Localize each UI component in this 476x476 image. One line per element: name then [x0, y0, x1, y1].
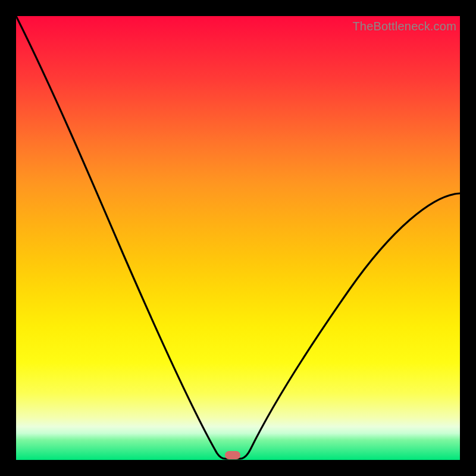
- optimal-marker: [225, 451, 240, 459]
- plot-area: TheBottleneck.com: [16, 16, 460, 460]
- bottleneck-curve: [16, 16, 460, 460]
- curve-path: [16, 16, 460, 459]
- chart-container: TheBottleneck.com: [0, 0, 476, 476]
